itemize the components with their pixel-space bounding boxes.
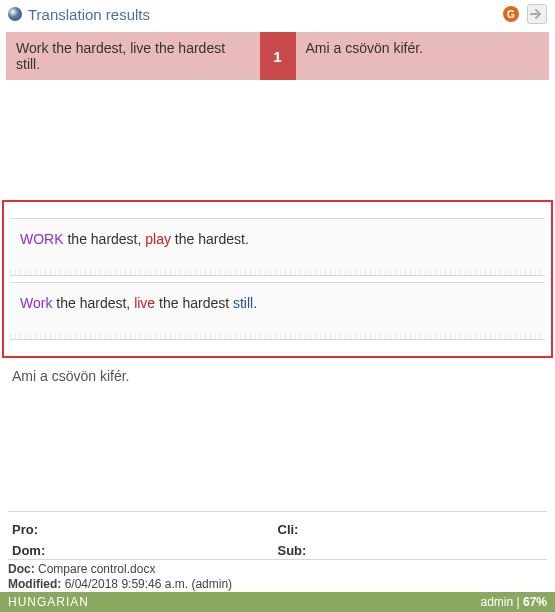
next-button[interactable]: [527, 4, 547, 24]
segment-2-text: Work the hardest, live the hardest still…: [20, 295, 257, 311]
status-right: admin | 67%: [480, 595, 547, 609]
doc-info: Doc: Compare control.docx Modified: 6/04…: [8, 559, 547, 592]
token: the hardest: [171, 231, 245, 247]
segment-2[interactable]: Work the hardest, live the hardest still…: [10, 282, 545, 340]
header-bar: Translation results G: [0, 0, 555, 28]
blank-area: [0, 90, 555, 200]
status-percent: 67%: [523, 595, 547, 609]
token: the hardest: [52, 295, 126, 311]
pro-label: Pro:: [12, 522, 38, 537]
token: the hardest: [64, 231, 138, 247]
doc-value: Compare control.docx: [35, 562, 156, 576]
status-user: admin: [480, 595, 513, 609]
token: still: [233, 295, 253, 311]
arrow-right-icon: [530, 8, 544, 20]
segment-1-text: WORK the hardest, play the hardest.: [20, 231, 249, 247]
meta-col-left: Pro: Dom:: [12, 522, 278, 564]
meta-col-right: Cli: Sub:: [278, 522, 544, 564]
g-icon: G: [503, 6, 519, 22]
refresh-button[interactable]: G: [501, 4, 521, 24]
token: the hardest: [155, 295, 233, 311]
match-source-text: Work the hardest, live the hardest still…: [6, 32, 260, 80]
token: .: [253, 295, 257, 311]
token: live: [134, 295, 155, 311]
doc-label: Doc:: [8, 562, 35, 576]
header-title: Translation results: [28, 6, 150, 23]
highlight-frame: WORK the hardest, play the hardest. Work…: [2, 200, 553, 358]
token: ,: [126, 295, 134, 311]
segment-1[interactable]: WORK the hardest, play the hardest.: [10, 218, 545, 276]
match-score-badge: 1: [260, 32, 296, 80]
modified-value: 6/04/2018 9:59:46 a.m. (admin): [61, 577, 232, 591]
modified-label: Modified:: [8, 577, 61, 591]
target-text: Ami a csövön kifér.: [0, 358, 555, 394]
token: Work: [20, 295, 52, 311]
cli-label: Cli:: [278, 522, 299, 537]
status-language: HUNGARIAN: [8, 595, 480, 609]
match-target-text: Ami a csövön kifér.: [296, 32, 550, 80]
tm-match-row[interactable]: Work the hardest, live the hardest still…: [6, 32, 549, 80]
segment-1-divider: [10, 269, 545, 275]
status-bar: HUNGARIAN admin | 67%: [0, 592, 555, 612]
token: WORK: [20, 231, 64, 247]
status-sep: |: [513, 595, 523, 609]
sub-label: Sub:: [278, 543, 307, 558]
token: play: [145, 231, 171, 247]
globe-icon: [8, 7, 22, 21]
token: .: [245, 231, 249, 247]
dom-label: Dom:: [12, 543, 45, 558]
segment-2-divider: [10, 333, 545, 339]
metadata-panel: Pro: Dom: Cli: Sub:: [8, 511, 547, 564]
